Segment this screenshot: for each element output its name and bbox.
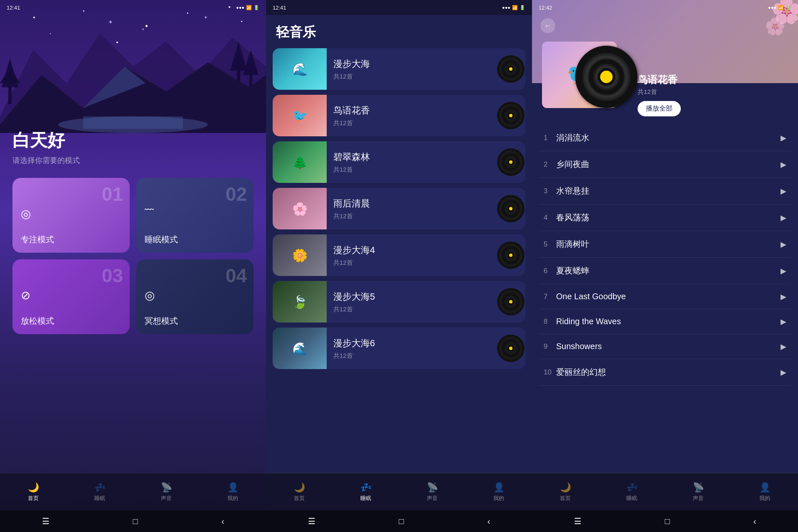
nav-sound-3[interactable]: 📡 声音 <box>693 482 704 502</box>
track-item-5[interactable]: 5 雨滴树叶 ▶ <box>539 231 791 258</box>
track-item-6[interactable]: 6 夏夜蟋蟀 ▶ <box>539 258 791 284</box>
music-item-4[interactable]: 🌸 雨后清晨 共12首 <box>273 188 525 229</box>
nav-sleep-1[interactable]: 💤 睡眠 <box>94 482 106 502</box>
vinyl-1 <box>496 54 525 84</box>
vinyl-3 <box>496 148 525 177</box>
nav-sleep-2[interactable]: 💤 睡眠 <box>360 482 372 502</box>
track-name-4: 春风荡荡 <box>556 212 781 223</box>
android-back-1[interactable]: ‹ <box>222 517 224 526</box>
svg-point-53 <box>509 347 512 350</box>
sound-icon-3: 📡 <box>693 482 704 493</box>
track-item-10[interactable]: 10 爱丽丝的幻想 ▶ <box>539 359 791 386</box>
vinyl-5 <box>496 241 525 270</box>
bottom-nav-2: 🌙 首页 💤 睡眠 📡 声音 👤 我的 <box>266 473 532 510</box>
track-item-2[interactable]: 2 乡间夜曲 ▶ <box>539 151 791 178</box>
meditate-mode-card[interactable]: 04 ◎ 冥想模式 <box>136 259 254 334</box>
play-icon-7[interactable]: ▶ <box>781 292 786 301</box>
sleep-icon: ˜˜˜ <box>145 207 245 218</box>
mode-number-3: 03 <box>102 264 123 287</box>
home-panel: 12:41 ●●● 📶 🔋 ✦ ✦ ✦ <box>0 0 266 532</box>
play-icon-1[interactable]: ▶ <box>781 133 786 143</box>
track-num-6: 6 <box>544 267 556 275</box>
nav-home-2[interactable]: 🌙 首页 <box>294 482 305 502</box>
track-list: 1 涓涓流水 ▶ 2 乡间夜曲 ▶ 3 水帘悬挂 ▶ 4 春风荡荡 ▶ 5 雨滴… <box>532 125 798 476</box>
home-content: 白天好 请选择你需要的模式 01 ◎ 专注模式 02 ˜˜˜ 睡眠模式 03 ⊘… <box>12 129 254 334</box>
track-name-10: 爱丽丝的幻想 <box>556 367 781 378</box>
sleep-label: 睡眠模式 <box>145 234 178 245</box>
track-item-9[interactable]: 9 Sunshowers ▶ <box>539 334 791 359</box>
thumb-morning: 🌸 <box>273 188 327 229</box>
play-icon-10[interactable]: ▶ <box>781 368 786 377</box>
music-item-2[interactable]: 🐦 鸟语花香 共12首 <box>273 95 525 136</box>
nav-profile-3[interactable]: 👤 我的 <box>759 482 771 502</box>
sleep-mode-card[interactable]: 02 ˜˜˜ 睡眠模式 <box>136 178 254 253</box>
play-icon-9[interactable]: ▶ <box>781 342 786 351</box>
sleep-nav-icon-1: 💤 <box>94 482 106 493</box>
android-menu-3[interactable]: ☰ <box>574 516 581 526</box>
play-icon-6[interactable]: ▶ <box>781 266 786 276</box>
play-icon-5[interactable]: ▶ <box>781 240 786 249</box>
play-icon-8[interactable]: ▶ <box>781 317 786 326</box>
focus-mode-card[interactable]: 01 ◎ 专注模式 <box>12 178 130 253</box>
android-home-btn-1[interactable]: □ <box>133 517 138 526</box>
music-list-panel: 12:41 ●●● 📶 🔋 轻音乐 🌊 漫步大海 共12首 <box>266 0 532 532</box>
android-back-3[interactable]: ‹ <box>754 517 756 526</box>
music-info-4: 雨后清晨 共12首 <box>327 197 496 220</box>
android-nav-2: ☰ □ ‹ <box>266 510 532 532</box>
track-item-1[interactable]: 1 涓涓流水 ▶ <box>539 125 791 151</box>
track-name-9: Sunshowers <box>556 342 781 351</box>
play-all-button[interactable]: 播放全部 <box>638 101 681 116</box>
album-meta: 鸟语花香 共12首 播放全部 <box>638 73 788 116</box>
profile-icon-1: 👤 <box>227 482 239 493</box>
thumb-green: 🍃 <box>273 281 327 323</box>
android-home-btn-3[interactable]: □ <box>665 517 670 526</box>
track-item-4[interactable]: 4 春风荡荡 ▶ <box>539 204 791 231</box>
relax-label: 放松模式 <box>21 315 54 327</box>
nav-sleep-3[interactable]: 💤 睡眠 <box>626 482 638 502</box>
track-num-3: 3 <box>544 187 556 195</box>
track-item-8[interactable]: 8 Riding the Waves ▶ <box>539 309 791 334</box>
music-item-3[interactable]: 🌲 碧翠森林 共12首 <box>273 141 525 183</box>
album-song-count: 共12首 <box>638 88 788 96</box>
svg-point-41 <box>509 254 512 257</box>
android-menu-1[interactable]: ☰ <box>42 516 49 526</box>
music-info-6: 漫步大海5 共12首 <box>327 291 496 313</box>
play-icon-3[interactable]: ▶ <box>781 187 786 196</box>
home-icon-1: 🌙 <box>28 482 39 493</box>
mode-number-2: 02 <box>226 183 247 205</box>
nav-profile-1[interactable]: 👤 我的 <box>227 482 239 502</box>
nav-sound-1[interactable]: 📡 声音 <box>161 482 172 502</box>
track-num-1: 1 <box>544 134 556 142</box>
track-name-6: 夏夜蟋蟀 <box>556 265 781 276</box>
back-button[interactable]: ← <box>540 18 555 33</box>
album-section: 🐦 鸟语花香 共12首 播放全部 <box>532 37 798 125</box>
svg-point-29 <box>509 160 512 164</box>
mountains-svg <box>0 0 266 133</box>
track-item-3[interactable]: 3 水帘悬挂 ▶ <box>539 178 791 204</box>
track-item-7[interactable]: 7 One Last Goodbye ▶ <box>539 284 791 309</box>
track-num-4: 4 <box>544 214 556 222</box>
nav-sound-2[interactable]: 📡 声音 <box>427 482 438 502</box>
android-nav-3: ☰ □ ‹ <box>532 510 798 532</box>
modes-grid: 01 ◎ 专注模式 02 ˜˜˜ 睡眠模式 03 ⊘ 放松模式 04 ◎ 冥想模… <box>12 178 254 334</box>
play-icon-4[interactable]: ▶ <box>781 213 786 222</box>
relax-icon: ⊘ <box>21 288 121 302</box>
play-icon-2[interactable]: ▶ <box>781 160 786 169</box>
music-item-6[interactable]: 🍃 漫步大海5 共12首 <box>273 281 525 323</box>
music-item-5[interactable]: 🌼 漫步大海4 共12首 <box>273 234 525 276</box>
music-item-7[interactable]: 🌊 漫步大海6 共12首 <box>273 328 525 369</box>
nav-home-3[interactable]: 🌙 首页 <box>560 482 571 502</box>
android-menu-2[interactable]: ☰ <box>308 516 315 526</box>
vinyl-record-large <box>575 46 638 108</box>
nav-home-1[interactable]: 🌙 首页 <box>28 482 39 502</box>
music-item-1[interactable]: 🌊 漫步大海 共12首 <box>273 48 525 90</box>
music-info-7: 漫步大海6 共12首 <box>327 337 496 360</box>
relax-mode-card[interactable]: 03 ⊘ 放松模式 <box>12 259 130 334</box>
home-icon-2: 🌙 <box>294 482 305 493</box>
sound-icon-1: 📡 <box>161 482 172 493</box>
sys-icons-1: ●●● 📶 🔋 <box>236 5 259 10</box>
vinyl-7 <box>496 334 525 363</box>
android-back-2[interactable]: ‹ <box>488 517 490 526</box>
android-home-btn-2[interactable]: □ <box>399 517 404 526</box>
nav-profile-2[interactable]: 👤 我的 <box>493 482 505 502</box>
